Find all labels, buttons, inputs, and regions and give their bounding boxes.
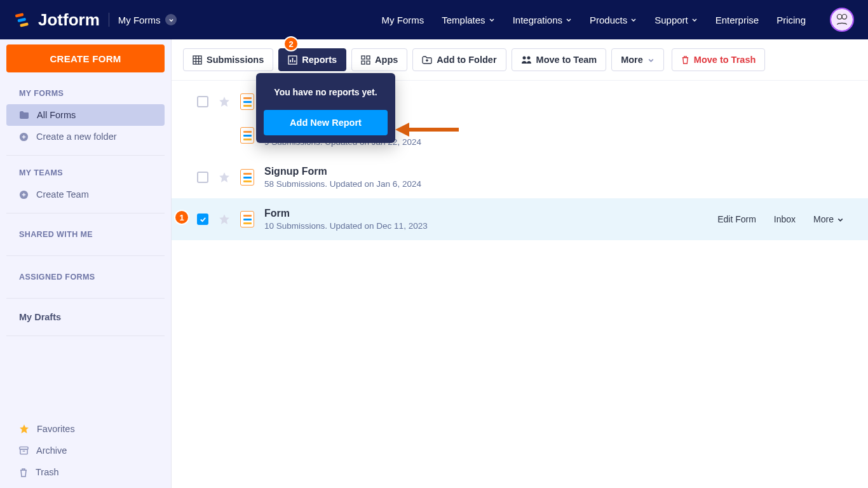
- sidebar-item-label: Create Team: [36, 189, 89, 200]
- annotation-badge-one: 1: [174, 210, 189, 225]
- add-folder-button[interactable]: Add to Folder: [412, 48, 506, 71]
- chevron-down-icon: [691, 17, 698, 23]
- svg-rect-10: [20, 449, 27, 454]
- form-icon: [240, 211, 254, 227]
- chevron-down-icon: [630, 17, 637, 23]
- svg-rect-1: [17, 18, 26, 22]
- move-trash-button[interactable]: Move to Trash: [672, 48, 766, 71]
- popover-text: You have no reports yet.: [264, 83, 388, 101]
- svg-rect-11: [193, 56, 201, 64]
- nav-integrations[interactable]: Integrations: [513, 15, 572, 25]
- row-subtitle: 58 Submissions. Updated on Jan 6, 2024: [264, 179, 857, 189]
- checkbox[interactable]: [197, 214, 208, 225]
- form-icon: [240, 127, 254, 144]
- checkbox[interactable]: [197, 96, 208, 107]
- svg-rect-0: [15, 13, 24, 17]
- header-nav: My Forms Templates Integrations Products…: [382, 8, 854, 32]
- table-row[interactable]: 1 Form 10 Submissions. Updated on Dec 11…: [172, 198, 868, 240]
- divider: [6, 336, 165, 336]
- logo-text: Jotform: [38, 10, 100, 30]
- nav-products[interactable]: Products: [590, 15, 637, 25]
- logo[interactable]: Jotform: [14, 10, 100, 30]
- main: CREATE FORM MY FORMS All Forms Create a …: [0, 39, 868, 488]
- annotation-badge-two: 2: [283, 36, 299, 51]
- svg-rect-16: [367, 61, 370, 64]
- edit-form-link[interactable]: Edit Form: [717, 214, 756, 224]
- svg-rect-2: [20, 22, 29, 27]
- sidebar-item-trash[interactable]: Trash: [6, 461, 165, 483]
- move-team-button[interactable]: Move to Team: [512, 48, 607, 71]
- sidebar-item-label: Create a new folder: [36, 132, 117, 142]
- sidebar-item-label: Archive: [36, 445, 67, 456]
- header-divider: [109, 13, 109, 27]
- team-icon: [521, 55, 532, 64]
- sidebar-title-shared[interactable]: SHARED WITH ME: [6, 221, 165, 248]
- folder-plus-icon: [422, 55, 432, 64]
- plus-circle-icon: [19, 132, 29, 142]
- star-icon[interactable]: [219, 214, 230, 225]
- myforms-dropdown[interactable]: My Forms: [118, 14, 177, 25]
- trash-icon: [19, 468, 28, 477]
- sidebar-title-assigned[interactable]: ASSIGNED FORMS: [6, 264, 165, 290]
- sidebar-item-create-team[interactable]: Create Team: [6, 184, 165, 205]
- row-actions: Edit Form Inbox More: [717, 214, 857, 224]
- form-icon: [240, 169, 254, 186]
- nav-pricing[interactable]: Pricing: [776, 15, 806, 25]
- divider: [6, 298, 165, 299]
- apps-icon: [361, 55, 370, 65]
- form-icon: [240, 93, 254, 110]
- sidebar-item-label: Favorites: [37, 424, 75, 434]
- inbox-link[interactable]: Inbox: [774, 214, 796, 224]
- logo-icon: [14, 10, 33, 29]
- row-content: Signup Form 58 Submissions. Updated on J…: [264, 166, 857, 189]
- divider: [6, 213, 165, 214]
- sidebar-item-new-folder[interactable]: Create a new folder: [6, 126, 165, 147]
- myforms-label: My Forms: [118, 15, 161, 25]
- add-new-report-button[interactable]: Add New Report: [264, 110, 388, 135]
- nav-my-forms[interactable]: My Forms: [382, 15, 424, 25]
- nav-enterprise[interactable]: Enterprise: [715, 15, 759, 25]
- star-icon[interactable]: [219, 96, 230, 107]
- row-content: Form 10 Submissions. Updated on Dec 11, …: [264, 208, 707, 231]
- row-more-button[interactable]: More: [813, 214, 844, 224]
- apps-button[interactable]: Apps: [351, 48, 407, 71]
- sidebar-item-drafts[interactable]: My Drafts: [6, 306, 165, 328]
- nav-templates[interactable]: Templates: [442, 15, 494, 25]
- archive-icon: [19, 446, 29, 455]
- avatar-icon: [831, 9, 853, 30]
- chart-icon: [288, 55, 297, 65]
- chevron-down-icon: [165, 14, 177, 25]
- grid-icon: [193, 55, 202, 65]
- svg-point-18: [527, 57, 530, 60]
- more-button[interactable]: More: [611, 48, 664, 71]
- avatar[interactable]: [830, 8, 854, 32]
- chevron-down-icon: [566, 17, 572, 23]
- row-title: Signup Form: [264, 166, 857, 177]
- sidebar-item-archive[interactable]: Archive: [6, 440, 165, 461]
- star-icon[interactable]: [219, 172, 230, 183]
- reports-button[interactable]: Reports: [278, 48, 346, 71]
- svg-point-17: [522, 57, 526, 60]
- sidebar-item-favorites[interactable]: Favorites: [6, 418, 165, 440]
- sidebar-item-label: Trash: [36, 467, 59, 477]
- divider: [6, 255, 165, 256]
- submissions-button[interactable]: Submissions: [183, 48, 273, 71]
- sidebar-title-teams: MY TEAMS: [6, 166, 165, 184]
- row-title: Form: [264, 208, 707, 219]
- sidebar: CREATE FORM MY FORMS All Forms Create a …: [0, 39, 172, 488]
- check-icon: [200, 216, 207, 223]
- nav-support[interactable]: Support: [654, 15, 698, 25]
- sidebar-item-label: My Drafts: [19, 312, 61, 322]
- chevron-down-icon: [648, 57, 654, 64]
- checkbox[interactable]: [197, 172, 208, 183]
- create-form-button[interactable]: CREATE FORM: [6, 44, 165, 72]
- table-row[interactable]: Signup Form 58 Submissions. Updated on J…: [172, 156, 868, 198]
- star-icon: [19, 424, 29, 434]
- sidebar-title-myforms: MY FORMS: [6, 86, 165, 104]
- sidebar-item-all-forms[interactable]: All Forms: [6, 104, 165, 126]
- annotation-arrow-icon: [395, 121, 459, 139]
- svg-rect-14: [367, 56, 370, 59]
- divider: [6, 155, 165, 156]
- row-subtitle: 10 Submissions. Updated on Dec 11, 2023: [264, 221, 707, 231]
- svg-rect-15: [362, 61, 365, 64]
